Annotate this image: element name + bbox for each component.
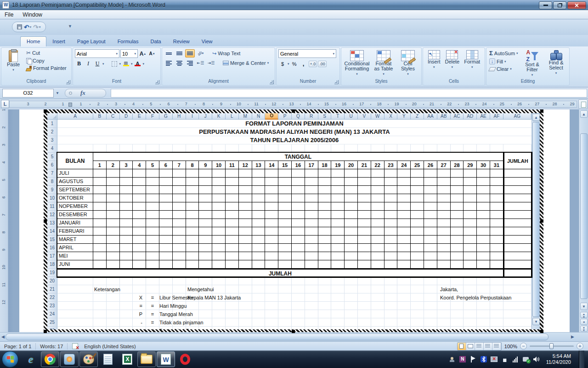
- data-cell[interactable]: [464, 194, 477, 202]
- data-cell[interactable]: [186, 219, 199, 227]
- underline-button[interactable]: U: [93, 59, 102, 68]
- data-cell[interactable]: [173, 211, 186, 219]
- data-cell[interactable]: [358, 169, 371, 178]
- cell-J4[interactable]: [199, 144, 212, 153]
- data-cell[interactable]: [305, 260, 318, 269]
- data-cell[interactable]: [371, 186, 384, 194]
- data-cell[interactable]: [120, 219, 133, 227]
- date-header-8[interactable]: 8: [186, 161, 199, 169]
- data-cell[interactable]: [424, 211, 437, 219]
- data-cell[interactable]: [345, 260, 358, 269]
- month-oktober[interactable]: OKTOBER: [57, 194, 93, 202]
- data-cell[interactable]: [451, 236, 464, 244]
- data-cell[interactable]: [437, 219, 451, 227]
- number-dialog-launcher[interactable]: [334, 80, 339, 84]
- cell-H20[interactable]: [173, 277, 186, 285]
- cell-Z25[interactable]: [411, 318, 424, 327]
- cut-button[interactable]: ✂Cut: [25, 49, 68, 57]
- data-cell[interactable]: [212, 227, 226, 236]
- jumlah-cell[interactable]: [503, 252, 531, 260]
- data-cell[interactable]: [490, 186, 503, 194]
- cell-D25[interactable]: [120, 318, 133, 327]
- date-header-20[interactable]: 20: [345, 161, 358, 169]
- data-cell[interactable]: [358, 252, 371, 260]
- data-cell[interactable]: [345, 211, 358, 219]
- tab-home[interactable]: Home: [20, 36, 46, 46]
- tray-signal-bars-icon[interactable]: [512, 356, 519, 363]
- data-cell[interactable]: [371, 211, 384, 219]
- data-cell[interactable]: [292, 219, 305, 227]
- data-cell[interactable]: [265, 178, 278, 186]
- cell-A21[interactable]: [57, 285, 93, 293]
- cell-S25[interactable]: [318, 318, 332, 327]
- data-cell[interactable]: [146, 252, 159, 260]
- jumlah-cell[interactable]: [503, 169, 531, 178]
- data-cell[interactable]: [384, 202, 398, 211]
- cell-M20[interactable]: [239, 277, 252, 285]
- data-cell[interactable]: [120, 227, 133, 236]
- align-center-button[interactable]: [175, 59, 184, 67]
- data-cell[interactable]: [93, 252, 107, 260]
- cell-AD23[interactable]: [464, 302, 477, 310]
- data-cell[interactable]: [318, 236, 332, 244]
- data-cell[interactable]: [159, 211, 173, 219]
- column-header-R[interactable]: R: [305, 113, 318, 120]
- jumlah-cell[interactable]: [503, 178, 531, 186]
- taskbar-internet-explorer-button[interactable]: e: [22, 351, 40, 367]
- cell-R24[interactable]: [305, 310, 318, 318]
- cell-AF24[interactable]: [490, 310, 503, 318]
- data-cell[interactable]: [464, 169, 477, 178]
- cell-O24[interactable]: [265, 310, 278, 318]
- data-cell[interactable]: [159, 236, 173, 244]
- data-cell[interactable]: [265, 236, 278, 244]
- data-cell[interactable]: [252, 186, 266, 194]
- data-cell[interactable]: [186, 260, 199, 269]
- data-cell[interactable]: [437, 227, 451, 236]
- column-header-N[interactable]: N: [252, 113, 266, 120]
- cell-R4[interactable]: [305, 144, 318, 153]
- cell-X26[interactable]: [384, 327, 398, 329]
- data-cell[interactable]: [384, 260, 398, 269]
- zoom-slider[interactable]: [530, 345, 574, 347]
- data-cell[interactable]: [331, 252, 345, 260]
- cell-AA24[interactable]: [424, 310, 437, 318]
- data-cell[interactable]: [305, 211, 318, 219]
- data-cell[interactable]: [358, 178, 371, 186]
- data-cell[interactable]: [133, 186, 146, 194]
- data-cell[interactable]: [107, 194, 120, 202]
- data-cell[interactable]: [252, 211, 266, 219]
- data-cell[interactable]: [159, 244, 173, 252]
- data-cell[interactable]: [464, 178, 477, 186]
- data-cell[interactable]: [133, 202, 146, 211]
- data-cell[interactable]: [358, 202, 371, 211]
- insert-function-button[interactable]: fx: [65, 89, 106, 98]
- accounting-format-button[interactable]: $: [278, 59, 287, 68]
- column-header-Z[interactable]: Z: [411, 113, 424, 120]
- copy-button[interactable]: Copy: [25, 58, 68, 64]
- data-cell[interactable]: [107, 219, 120, 227]
- data-cell[interactable]: [239, 252, 252, 260]
- data-cell[interactable]: [199, 178, 212, 186]
- data-cell[interactable]: [345, 219, 358, 227]
- date-header-27[interactable]: 27: [437, 161, 451, 169]
- indent-marker[interactable]: [68, 103, 72, 107]
- data-cell[interactable]: [120, 186, 133, 194]
- data-cell[interactable]: [159, 219, 173, 227]
- cell-U23[interactable]: [345, 302, 358, 310]
- data-cell[interactable]: [477, 252, 490, 260]
- bold-button[interactable]: B: [75, 59, 83, 68]
- data-cell[interactable]: [252, 252, 266, 260]
- data-cell[interactable]: [93, 211, 107, 219]
- cell-AA25[interactable]: [424, 318, 437, 327]
- data-cell[interactable]: [305, 227, 318, 236]
- cell-AD25[interactable]: [464, 318, 477, 327]
- row-header-10[interactable]: 10: [47, 194, 57, 202]
- cell-O25[interactable]: [265, 318, 278, 327]
- data-cell[interactable]: [371, 252, 384, 260]
- data-cell[interactable]: [424, 219, 437, 227]
- column-header-H[interactable]: H: [173, 113, 186, 120]
- data-cell[interactable]: [239, 244, 252, 252]
- column-header-D[interactable]: D: [120, 113, 133, 120]
- data-cell[interactable]: [226, 211, 239, 219]
- cell-T22[interactable]: [331, 293, 345, 302]
